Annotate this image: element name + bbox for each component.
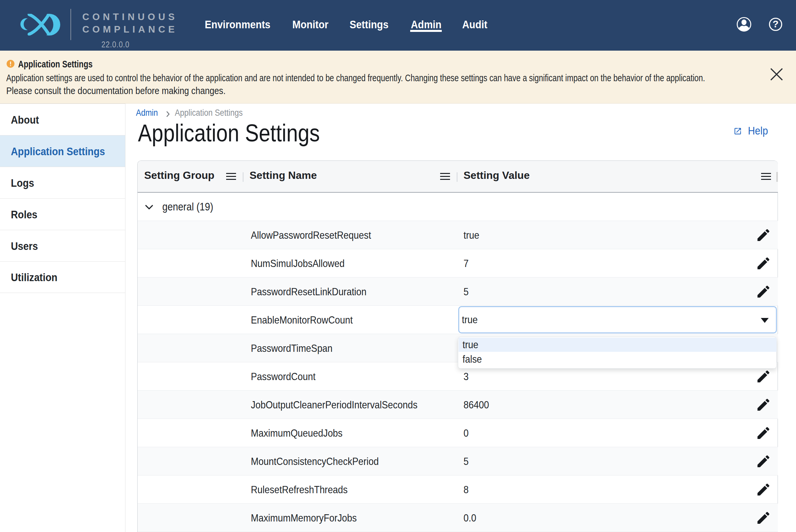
svg-text:?: ? bbox=[773, 18, 779, 29]
